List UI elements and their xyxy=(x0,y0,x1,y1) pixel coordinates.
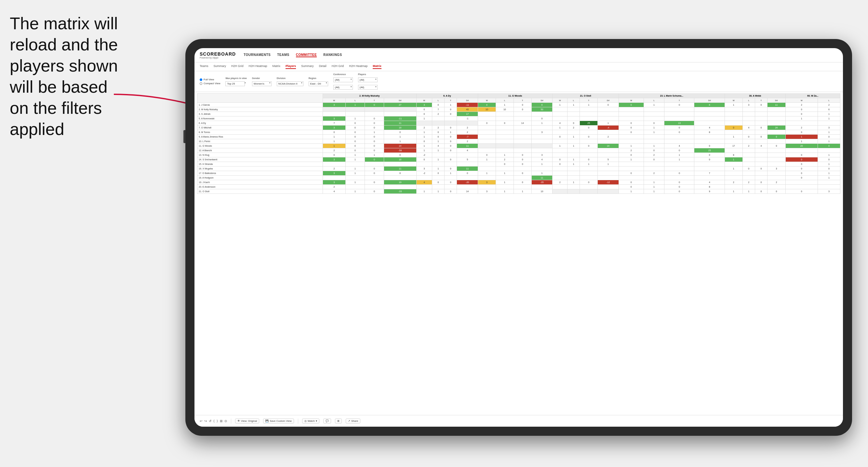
players-select-wrapper[interactable]: (All) xyxy=(358,76,378,82)
grid-btn[interactable]: ⊞ xyxy=(335,418,342,424)
nav-teams[interactable]: TEAMS xyxy=(277,53,289,57)
col-header-za: 60. W Za... xyxy=(785,94,840,98)
table-row: 13. N Klug 0 1 1 0 -2 0 1 0 3 xyxy=(197,153,840,157)
sub-nav: Teams Summary H2H Grid H2H Heatmap Matri… xyxy=(194,62,843,71)
col-header-mulcahy: 2. M Kelly Mulcahy xyxy=(322,94,416,98)
division-select-wrapper[interactable]: NCAA Division II NCAA Division I NCAA Di… xyxy=(277,80,303,86)
table-row: 20. E Andersson 2 xyxy=(197,185,840,189)
region-filter: Region East - DII West - DII All xyxy=(309,77,328,86)
annotation-text: The matrix will reload and the players s… xyxy=(10,13,120,140)
max-players-select-wrapper[interactable]: Top 25 Top 50 All xyxy=(225,80,247,86)
col-header-woods: 11. G Woods xyxy=(478,94,553,98)
table-row: 10. L Perini 1 0 0 1 0 1 0 2 xyxy=(197,139,840,144)
comment-icon: 💬 xyxy=(326,419,329,423)
reset-icon[interactable]: ↺ xyxy=(209,419,211,423)
view-original-btn[interactable]: 👁 View: Original xyxy=(235,418,259,424)
forward-icon[interactable]: ⟩ xyxy=(217,419,218,423)
tablet-device: SCOREBOARD Powered by clippd TOURNAMENTS… xyxy=(185,39,852,436)
conference-select-wrapper[interactable]: (All) xyxy=(333,76,353,82)
redo-icon[interactable]: ↪ xyxy=(204,419,207,423)
col-header-schuma: 23. L Marie Schuma... xyxy=(619,94,724,98)
conference-select[interactable]: (All) xyxy=(333,77,353,82)
table-row: 17. D Ballesteros 3 1 0 6 -2 0 1 0 1 1 0… xyxy=(197,171,840,176)
full-view-option[interactable]: Full View xyxy=(200,78,220,81)
conference-filter: Conference (All) (All) xyxy=(333,73,353,90)
subnav-h2h-grid2[interactable]: H2H Grid xyxy=(332,64,344,69)
table-row: 5. A Nomrowski 3 1 0 -11 1 -1 0 xyxy=(197,117,840,121)
toolbar-divider2 xyxy=(298,418,298,424)
toolbar-divider xyxy=(231,418,231,424)
grid-icon: ⊞ xyxy=(337,419,340,423)
conference-select2[interactable]: (All) xyxy=(333,85,353,90)
table-row: 8. M Torres 0 0 1 0 1 0 1 2 3 xyxy=(197,130,840,135)
gender-filter: Gender Women's Men's All xyxy=(252,77,272,86)
gender-select[interactable]: Women's Men's All xyxy=(252,81,272,86)
region-select[interactable]: East - DII West - DII All xyxy=(309,81,328,86)
table-row: 12. A Bianchi 2 0 0 -58 1 1 0 4 xyxy=(197,148,840,153)
subnav-h2h-heatmap2[interactable]: H2H Heatmap xyxy=(349,64,368,69)
share-btn[interactable]: ↗ Share xyxy=(346,418,360,424)
table-row: 19. J Karrh 3 1 0 19 4 0 0 -20 3 1 0 -35… xyxy=(197,180,840,185)
subnav-h2h-heatmap[interactable]: H2H Heatmap xyxy=(249,64,267,69)
matrix-table: 2. M Kelly Mulcahy 6. A Dy 11. G Woods 2… xyxy=(197,93,840,194)
watch-btn[interactable]: ◎ Watch ▾ xyxy=(302,418,319,424)
conference-select2-wrapper[interactable]: (All) xyxy=(333,84,353,90)
subnav-players[interactable]: Players xyxy=(285,64,296,69)
nav-bar: SCOREBOARD Powered by clippd TOURNAMENTS… xyxy=(194,48,843,62)
table-row: 3. S Jelinek 0 2 0 17 xyxy=(197,112,840,117)
subnav-summary[interactable]: Summary xyxy=(214,64,226,69)
eye-icon: ◎ xyxy=(304,419,307,423)
col-header-dy: 6. A Dy xyxy=(416,94,478,98)
table-row: 1. J Garcia 3 1 0 27 3 0 1 -11 4 1 0 0 1 xyxy=(197,103,840,107)
undo-icon[interactable]: ↩ xyxy=(200,419,202,423)
col-header-players xyxy=(197,94,323,103)
table-row: 14. S Srichantamit 3 1 0 16 0 1 0 5 1 2 … xyxy=(197,157,840,162)
table-row: 7. O Mitchell 3 0 0 18 2 2 0 2 1 xyxy=(197,126,840,130)
players-select[interactable]: (All) xyxy=(358,77,378,82)
table-row: 11. G Woods 1 0 0 14 1 4 0 11 1 xyxy=(197,144,840,148)
expand-icon[interactable]: ⊞ xyxy=(220,419,222,423)
subnav-summary2[interactable]: Summary xyxy=(301,64,314,69)
share-icon: ↗ xyxy=(348,419,350,423)
subnav-teams[interactable]: Teams xyxy=(200,64,209,69)
players-select2-wrapper[interactable]: (All) xyxy=(358,84,378,90)
tablet-screen: SCOREBOARD Powered by clippd TOURNAMENTS… xyxy=(194,48,843,427)
nav-tournaments[interactable]: TOURNAMENTS xyxy=(244,53,271,57)
nav-committee[interactable]: COMMITTEE xyxy=(296,53,317,57)
toolbar-history: ↩ ↪ ↺ ⟨ ⟩ ⊞ ⊙ xyxy=(200,419,227,423)
table-row: 6. A Dy 7 0 0 11 0 0 14 1 4 xyxy=(197,121,840,126)
nav-items: TOURNAMENTS TEAMS COMMITTEE RANKINGS xyxy=(244,53,342,57)
comment-btn[interactable]: 💬 xyxy=(323,418,331,424)
table-row: 9. A Maria Jimenez Rios 1 0 0 1 1 0 0 -7 xyxy=(197,135,840,139)
back-icon[interactable]: ⟨ xyxy=(213,419,215,423)
table-row: 15. H Stranda 0 0 1 0 1 xyxy=(197,162,840,166)
col-header-webb: 38. A Webb xyxy=(724,94,785,98)
players-select2[interactable]: (All) xyxy=(358,85,378,90)
logo-subtitle: Powered by clippd xyxy=(200,57,236,59)
view-options: Full View Compact View xyxy=(200,78,220,85)
players-filter: Players (All) (All) xyxy=(358,73,378,90)
full-view-radio[interactable] xyxy=(200,79,202,81)
matrix-content: 2. M Kelly Mulcahy 6. A Dy 11. G Woods 2… xyxy=(194,92,843,427)
max-players-filter: Max players in view Top 25 Top 50 All xyxy=(225,77,247,86)
refresh-icon[interactable]: ⊙ xyxy=(224,419,227,423)
save-custom-btn[interactable]: 💾 Save Custom View xyxy=(263,418,294,424)
logo-area: SCOREBOARD Powered by clippd xyxy=(200,51,236,59)
view-icon: 👁 xyxy=(238,419,240,423)
subnav-matrix[interactable]: Matrix xyxy=(273,64,281,69)
subnav-h2h-grid[interactable]: H2H Grid xyxy=(231,64,244,69)
save-icon: 💾 xyxy=(266,419,269,423)
division-select[interactable]: NCAA Division II NCAA Division I NCAA Di… xyxy=(277,81,303,86)
table-row: 21. O Stoll 4 1 0 -33 1 1 0 14 3 1 1 10 xyxy=(197,189,840,194)
subnav-matrix2[interactable]: Matrix xyxy=(373,64,381,69)
gender-select-wrapper[interactable]: Women's Men's All xyxy=(252,80,272,86)
table-row: 16. X Mcgaha 2 1 0 11 3 1 0 11 xyxy=(197,166,840,171)
region-select-wrapper[interactable]: East - DII West - DII All xyxy=(309,80,328,86)
col-header-stoll: 21. O Stoll xyxy=(553,94,619,98)
max-players-select[interactable]: Top 25 Top 50 All xyxy=(225,81,245,86)
compact-view-radio[interactable] xyxy=(200,82,202,85)
nav-rankings[interactable]: RANKINGS xyxy=(323,53,342,57)
subnav-detail[interactable]: Detail xyxy=(319,64,327,69)
compact-view-option[interactable]: Compact View xyxy=(200,82,220,85)
chevron-down-icon: ▾ xyxy=(316,419,317,423)
